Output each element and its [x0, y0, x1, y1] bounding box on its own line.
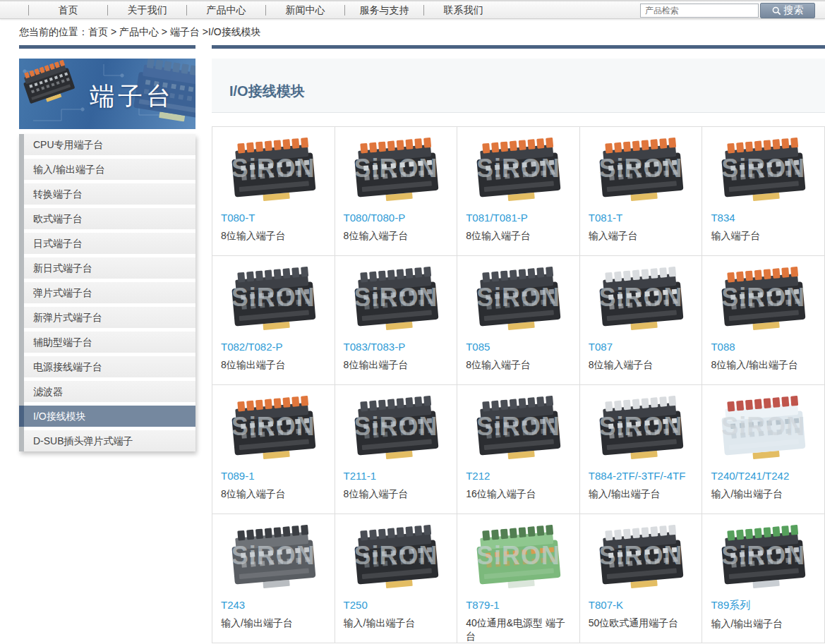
product-image[interactable]: SiRON: [711, 260, 816, 339]
sidebar-item-输入/输出端子台[interactable]: 输入/输出端子台: [24, 159, 195, 180]
product-card[interactable]: SiRON T088 8位输入/输出端子台: [702, 256, 825, 385]
product-card[interactable]: SiRON T211-1 8位输入端子台: [335, 385, 458, 514]
product-code-link[interactable]: T250: [344, 599, 368, 611]
product-code-link[interactable]: T089-1: [221, 470, 255, 482]
product-card[interactable]: SiRON T879-1 40位通用&电源型 端子台: [457, 514, 580, 643]
breadcrumb-link[interactable]: 端子台: [170, 26, 200, 37]
product-image[interactable]: SiRON: [344, 260, 449, 339]
product-image[interactable]: SiRON: [221, 518, 326, 597]
product-card[interactable]: SiRON T250 输入/输出端子台: [335, 514, 458, 643]
product-card[interactable]: SiRON T834 输入端子台: [702, 127, 825, 256]
product-image[interactable]: SiRON: [466, 260, 571, 339]
product-code-link[interactable]: T081/T081-P: [466, 212, 528, 224]
breadcrumb-link[interactable]: 首页: [88, 26, 108, 37]
product-code-link[interactable]: T89系列: [711, 599, 750, 612]
product-image[interactable]: SiRON: [344, 130, 449, 209]
main-nav: 首页关于我们产品中心新闻中心服务与支持联系我们: [28, 1, 502, 19]
breadcrumb-link[interactable]: I/O接线模块: [208, 26, 261, 37]
product-card[interactable]: SiRON T212 16位输入端子台: [457, 385, 580, 514]
breadcrumb-items: 首页 > 产品中心 > 端子台 >I/O接线模块: [88, 26, 261, 39]
product-code-link[interactable]: T088: [711, 341, 735, 353]
product-card[interactable]: SiRON T080/T080-P 8位输入端子台: [335, 127, 458, 256]
product-image-illustration: [589, 521, 694, 594]
product-card[interactable]: SiRON T085 8位输入端子台: [457, 256, 580, 385]
product-description: 输入端子台: [711, 229, 816, 243]
product-image[interactable]: SiRON: [589, 518, 694, 597]
product-image[interactable]: SiRON: [711, 389, 816, 468]
product-code-link[interactable]: T243: [221, 599, 245, 611]
product-code-link[interactable]: T212: [466, 470, 490, 482]
sidebar-item-新弹片式端子台[interactable]: 新弹片式端子台: [24, 307, 195, 328]
product-code-link[interactable]: T240/T241/T242: [711, 470, 789, 482]
product-code-link[interactable]: T080-T: [221, 212, 255, 224]
search-input[interactable]: [640, 4, 759, 18]
sidebar-item-D-SUB插头弹片式端子[interactable]: D-SUB插头弹片式端子: [24, 430, 195, 451]
sidebar-item-日式端子台[interactable]: 日式端子台: [24, 233, 195, 254]
sidebar-item-I/O接线模块[interactable]: I/O接线模块: [24, 406, 195, 427]
product-image-illustration: [221, 133, 326, 207]
product-image-illustration: [711, 391, 816, 465]
product-code-link[interactable]: T211-1: [344, 470, 376, 482]
product-card[interactable]: SiRON T089-1 8位输入端子台: [212, 385, 335, 514]
product-image[interactable]: SiRON: [344, 518, 449, 597]
product-image-illustration: [344, 262, 449, 336]
product-code-link[interactable]: T807-K: [589, 599, 623, 611]
product-card[interactable]: SiRON T243 输入/输出端子台: [212, 514, 335, 643]
product-image[interactable]: SiRON: [466, 518, 571, 597]
product-code-link[interactable]: T884-2TF/-3TF/-4TF: [589, 470, 686, 482]
product-card[interactable]: SiRON T081/T081-P 8位输入端子台: [457, 127, 580, 256]
sidebar-item-弹片式端子台[interactable]: 弹片式端子台: [24, 282, 195, 303]
product-card[interactable]: SiRON T080-T 8位输入端子台: [212, 127, 335, 256]
product-image[interactable]: SiRON: [589, 389, 694, 468]
nav-item-新闻中心[interactable]: 新闻中心: [266, 1, 344, 19]
product-code-link[interactable]: T082/T082-P: [221, 341, 283, 353]
sidebar-item-辅助型端子台[interactable]: 辅助型端子台: [24, 332, 195, 353]
product-code-link[interactable]: T085: [466, 341, 490, 353]
nav-item-首页[interactable]: 首页: [29, 1, 107, 19]
nav-item-产品中心[interactable]: 产品中心: [187, 1, 265, 19]
sidebar: 端子台 CPU专用端子台输入/输出端子台转换端子台欧式端子台日式端子台新日式端子…: [19, 59, 195, 451]
sidebar-item-新日式端子台[interactable]: 新日式端子台: [24, 257, 195, 279]
sidebar-item-CPU专用端子台[interactable]: CPU专用端子台: [24, 134, 195, 155]
product-card[interactable]: SiRON T89系列 输入/输出端子台: [702, 514, 825, 643]
nav-item-联系我们[interactable]: 联系我们: [424, 1, 502, 19]
product-code-link[interactable]: T879-1: [466, 599, 500, 611]
product-image[interactable]: SiRON: [589, 130, 694, 209]
product-card[interactable]: SiRON T082/T082-P 8位输出端子台: [212, 256, 335, 385]
product-code-link[interactable]: T834: [711, 212, 735, 224]
product-image[interactable]: SiRON: [466, 389, 571, 468]
product-code-link[interactable]: T087: [589, 341, 613, 353]
product-code-link[interactable]: T083/T083-P: [344, 341, 406, 353]
sidebar-item-欧式端子台[interactable]: 欧式端子台: [24, 208, 195, 229]
product-image[interactable]: SiRON: [221, 130, 326, 209]
product-code-link[interactable]: T081-T: [589, 212, 622, 224]
nav-item-关于我们[interactable]: 关于我们: [108, 1, 186, 19]
product-card[interactable]: SiRON T240/T241/T242 输入/输出端子台: [702, 385, 825, 514]
product-description: 8位输出端子台: [344, 358, 449, 372]
nav-item-服务与支持[interactable]: 服务与支持: [345, 1, 423, 19]
product-image-illustration: [711, 262, 816, 336]
sidebar-item-滤波器[interactable]: 滤波器: [24, 381, 195, 402]
product-image[interactable]: SiRON: [711, 130, 816, 209]
product-card[interactable]: SiRON T884-2TF/-3TF/-4TF 输入/输出端子台: [580, 385, 703, 514]
sidebar-item-转换端子台[interactable]: 转换端子台: [24, 183, 195, 205]
product-card[interactable]: SiRON T081-T 输入端子台: [580, 127, 703, 256]
search-button[interactable]: 搜索: [760, 3, 815, 18]
breadcrumb-link[interactable]: 产品中心: [119, 26, 159, 37]
product-image-illustration: [221, 521, 326, 594]
product-image[interactable]: SiRON: [344, 389, 449, 468]
sidebar-item-电源接线端子台[interactable]: 电源接线端子台: [24, 356, 195, 377]
product-code-link[interactable]: T080/T080-P: [344, 212, 406, 224]
product-card[interactable]: SiRON T807-K 50位欧式通用端子台: [580, 514, 703, 643]
product-image[interactable]: SiRON: [221, 260, 326, 339]
product-image[interactable]: SiRON: [221, 389, 326, 468]
product-image[interactable]: SiRON: [589, 260, 694, 339]
product-image-illustration: [589, 391, 694, 465]
product-image[interactable]: SiRON: [466, 130, 571, 209]
product-description: 8位输入端子台: [466, 229, 571, 243]
product-description: 8位输入端子台: [344, 229, 449, 243]
breadcrumb-separator: >: [108, 26, 119, 37]
product-card[interactable]: SiRON T083/T083-P 8位输出端子台: [335, 256, 458, 385]
product-image[interactable]: SiRON: [711, 518, 816, 597]
product-card[interactable]: SiRON T087 8位输入端子台: [580, 256, 703, 385]
